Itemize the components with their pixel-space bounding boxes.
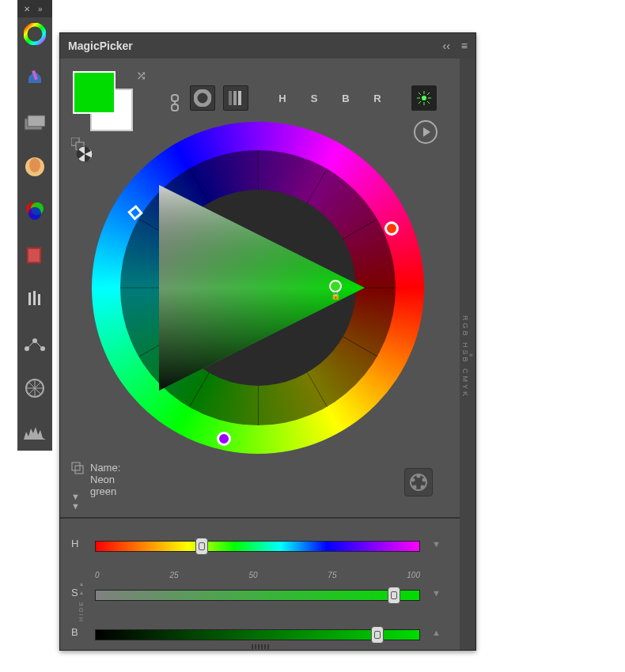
dock-expand-icon[interactable]: »: [38, 5, 43, 13]
hue-marker-comp1[interactable]: [384, 221, 399, 236]
dock-close-icon[interactable]: ✕: [24, 5, 30, 13]
dock-tool-rgb[interactable]: [17, 194, 52, 239]
svg-rect-11: [28, 293, 31, 305]
mode-h-button[interactable]: H: [271, 86, 294, 110]
dock-tool-mixer[interactable]: [17, 62, 52, 106]
hue-caret-icon[interactable]: ▼: [432, 539, 441, 549]
sat-thumb[interactable]: [388, 587, 400, 604]
scheme-wheel-icon[interactable]: [76, 145, 93, 163]
bri-caret-icon[interactable]: ▲: [432, 628, 441, 637]
mode-s-button[interactable]: S: [302, 86, 326, 110]
color-scheme-button[interactable]: [404, 468, 433, 496]
svg-point-0: [25, 25, 44, 43]
panel-title: MagicPicker: [68, 40, 133, 52]
tone-ring-button[interactable]: [190, 85, 215, 111]
svg-rect-3: [28, 115, 45, 126]
sat-caret-icon[interactable]: ▼: [432, 588, 441, 598]
svg-point-44: [421, 485, 425, 489]
dock-tool-brushes[interactable]: [17, 283, 52, 327]
hue-marker-comp2[interactable]: [217, 432, 231, 446]
panel-menu-icon[interactable]: ≡: [461, 40, 468, 52]
bri-thumb[interactable]: [371, 626, 384, 644]
svg-line-31: [427, 101, 430, 104]
copy-color-icon[interactable]: [71, 462, 84, 477]
svg-rect-19: [172, 104, 178, 111]
svg-line-33: [419, 101, 421, 104]
colorspace-label: RGB HSB CMYK: [461, 315, 469, 398]
svg-rect-24: [238, 91, 241, 105]
svg-point-5: [29, 158, 40, 172]
lock-icon: 🔒: [331, 291, 340, 300]
gamut-lock-button[interactable]: [411, 85, 437, 111]
svg-point-8: [28, 207, 41, 220]
foreground-swatch[interactable]: [73, 71, 116, 114]
svg-rect-18: [172, 95, 178, 101]
svg-point-45: [413, 485, 417, 489]
hsb-sliders: H ▼ 0 25 50 75 100 S: [60, 517, 460, 650]
svg-point-43: [422, 478, 426, 482]
svg-line-30: [419, 92, 421, 95]
dock-tool-book[interactable]: [17, 239, 52, 283]
magicpicker-panel: MagicPicker ‹‹ ≡ ⤮: [59, 32, 476, 651]
expand-name-icon[interactable]: ▼▼: [71, 492, 80, 511]
tick-25: 25: [169, 571, 178, 580]
rail-collapse-icon[interactable]: «: [469, 351, 475, 359]
tick-75: 75: [328, 571, 336, 580]
svg-point-21: [195, 91, 210, 105]
gradient-stripes-button[interactable]: [223, 85, 248, 111]
resize-grabber[interactable]: [244, 644, 276, 649]
color-name-value-1: Neon: [90, 474, 115, 485]
svg-line-32: [427, 92, 430, 95]
dock-tool-nav[interactable]: [17, 372, 52, 416]
swap-colors-icon[interactable]: ⤮: [136, 68, 146, 83]
hide-label[interactable]: HIDE ▾▾: [78, 580, 85, 621]
color-name-label: Name:: [90, 462, 120, 474]
svg-rect-39: [72, 462, 80, 470]
dock-tabstrip: ✕ »: [17, 0, 52, 451]
svg-rect-13: [38, 294, 40, 305]
dock-tool-histogram[interactable]: [17, 416, 52, 460]
bri-label: B: [71, 626, 78, 638]
tick-50: 50: [248, 571, 257, 580]
panel-collapse-icon[interactable]: ‹‹: [443, 40, 450, 52]
svg-rect-22: [229, 91, 232, 105]
svg-point-25: [422, 96, 426, 100]
mode-r-button[interactable]: R: [366, 86, 389, 110]
dock-tool-swatches[interactable]: [17, 106, 52, 150]
svg-rect-12: [33, 291, 36, 305]
dock-tool-colorwheel[interactable]: [17, 17, 52, 62]
hue-label: H: [71, 538, 78, 549]
link-colors-icon[interactable]: [169, 93, 180, 115]
tick-100: 100: [407, 571, 420, 580]
svg-rect-40: [75, 466, 83, 474]
svg-rect-10: [28, 249, 40, 262]
colorspace-rail[interactable]: « RGB HSB CMYK: [460, 59, 475, 650]
dock-tool-curves[interactable]: [17, 327, 52, 372]
mode-b-button[interactable]: B: [334, 86, 358, 110]
tick-0: 0: [95, 571, 100, 580]
dock-tool-portrait[interactable]: [17, 150, 52, 194]
svg-point-46: [411, 478, 415, 482]
swatch-pair[interactable]: [71, 70, 128, 126]
color-name-value-2: green: [90, 485, 116, 497]
color-wheel[interactable]: 🔒: [92, 122, 424, 454]
saturation-slider[interactable]: 0 25 50 75 100 S ▼: [95, 582, 420, 610]
hue-slider[interactable]: H ▼: [95, 533, 420, 561]
hue-thumb[interactable]: [195, 538, 208, 555]
svg-rect-23: [233, 91, 237, 105]
svg-point-42: [417, 474, 421, 478]
